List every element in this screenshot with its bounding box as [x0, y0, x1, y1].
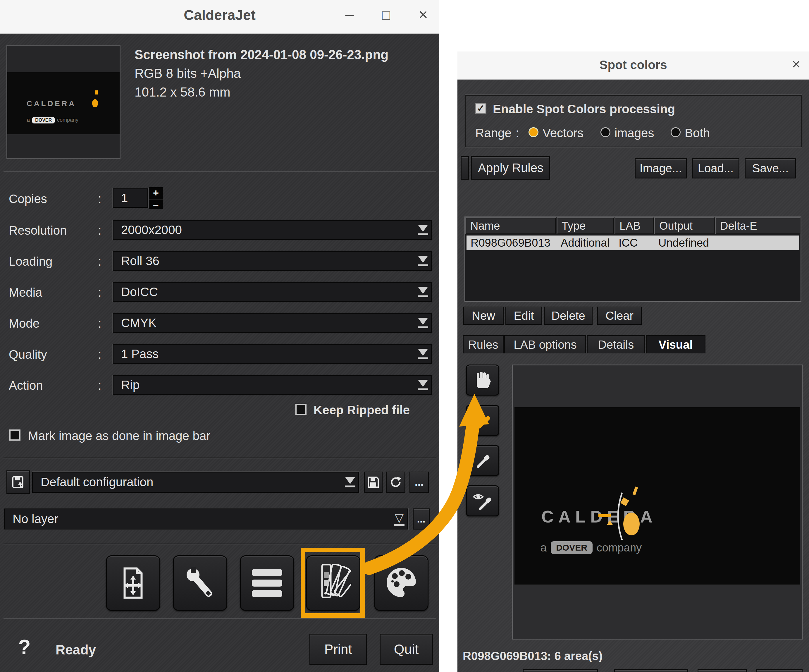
loading-dropdown[interactable]: Roll 36 [112, 251, 432, 271]
chevron-down-icon [418, 287, 428, 297]
window-title: CalderaJet [0, 7, 439, 23]
copies-input[interactable]: 1 [112, 188, 148, 208]
apply-rules-button[interactable]: Apply Rules [471, 156, 550, 180]
help-icon[interactable]: ? [466, 670, 478, 672]
preview-pick-tool-button[interactable] [466, 486, 499, 516]
tab-visual[interactable]: Visual [646, 335, 705, 353]
star-eyedropper-icon [472, 410, 493, 431]
chevron-down-icon [418, 256, 428, 266]
color-palette-button[interactable] [374, 555, 428, 611]
spot-colors-titlebar: Spot colors × [457, 52, 809, 80]
resolution-label: Resolution [9, 223, 67, 238]
quality-label: Quality [9, 348, 47, 361]
config-refresh-button[interactable] [386, 472, 405, 493]
caldera-logo-accent-tri [607, 520, 613, 525]
delete-button[interactable]: Delete [544, 307, 592, 325]
save-floppy-icon [367, 476, 379, 488]
spot-colors-table: Name Type LAB Output Delta-E R098G069B01… [465, 217, 801, 302]
layer-dropdown[interactable]: No layer ▽ [4, 509, 408, 529]
print-button[interactable]: Print [309, 634, 367, 665]
resolution-colon: : [98, 223, 101, 238]
action-dropdown[interactable]: Rip [112, 375, 432, 395]
settings-button[interactable] [173, 555, 227, 611]
chevron-down-icon [418, 349, 428, 359]
layer-more-button[interactable]: ... [413, 509, 430, 529]
chevron-down-icon [345, 477, 355, 487]
pick-tool-button[interactable] [466, 445, 499, 476]
mode-dropdown[interactable]: CMYK [112, 313, 432, 333]
column-header-output[interactable]: Output [654, 217, 715, 234]
table-row[interactable]: R098G069B013 Additional ICC Undefined [467, 235, 799, 250]
config-apply-button[interactable] [7, 470, 30, 494]
chevron-down-icon [418, 318, 428, 328]
cell-type: Additional [557, 235, 614, 250]
caldera-logo-blob [623, 512, 639, 535]
media-dropdown[interactable]: DoICC [112, 282, 432, 302]
copies-stepper[interactable]: + − [149, 187, 163, 209]
color-books-button[interactable]: Color books... [523, 669, 598, 672]
maximize-button[interactable]: □ [376, 7, 396, 23]
column-header-name[interactable]: Name [465, 217, 556, 234]
page-setup-button[interactable] [106, 555, 160, 611]
logo-sub-suffix: company [597, 541, 642, 554]
auto-pick-tool-button[interactable] [466, 405, 499, 436]
new-button[interactable]: New [463, 307, 504, 325]
config-save-button[interactable] [364, 472, 383, 493]
close-button[interactable]: × [413, 5, 433, 24]
column-header-lab[interactable]: LAB [614, 217, 654, 234]
image-button[interactable]: Image... [635, 158, 687, 178]
divider [3, 171, 436, 172]
help-icon[interactable]: ? [18, 635, 31, 659]
chevron-down-icon [418, 225, 428, 235]
column-header-delta-e[interactable]: Delta-E [715, 217, 801, 234]
enable-spot-colors-checkbox[interactable] [475, 102, 487, 114]
column-header-type[interactable]: Type [557, 217, 614, 234]
range-images-label[interactable]: images [614, 126, 654, 140]
resolution-dropdown[interactable]: 2000x2000 [112, 220, 432, 240]
tab-lab-options[interactable]: LAB options [504, 335, 586, 353]
stepper-plus-button[interactable]: + [149, 187, 163, 200]
areas-status-text: R098G069B013: 6 area(s) [463, 650, 603, 663]
edit-button[interactable]: Edit [505, 307, 542, 325]
logo-sub-prefix: a [540, 541, 547, 554]
visual-preview-panel[interactable]: CALDERA a DOVER company [512, 365, 803, 640]
range-vectors-label[interactable]: Vectors [542, 126, 584, 140]
queue-button[interactable] [240, 555, 294, 611]
dialog-close-button[interactable]: × [787, 55, 805, 72]
config-dropdown[interactable]: Default configuration [32, 472, 359, 493]
range-images-radio[interactable] [601, 127, 610, 137]
quality-dropdown[interactable]: 1 Pass [112, 344, 432, 364]
statistics-button[interactable]: Statistics... [614, 669, 688, 672]
cell-name: R098G069B013 [467, 235, 557, 250]
caldera-logo-accent-bar [598, 514, 611, 517]
apply-rules-handle[interactable] [461, 156, 469, 180]
range-both-label[interactable]: Both [685, 126, 710, 140]
file-format: RGB 8 bits +Alpha [134, 66, 241, 81]
reset-button[interactable]: Reset [698, 669, 747, 672]
thumbnail-sub-prefix: a [27, 117, 30, 123]
quit-button[interactable]: Quit [379, 634, 433, 665]
save-button[interactable]: Save... [745, 158, 796, 178]
eyedropper-icon [472, 450, 493, 471]
file-name: Screenshot from 2024-01-08 09-26-23.png [134, 47, 388, 62]
tab-details[interactable]: Details [587, 335, 645, 353]
range-both-radio[interactable] [671, 127, 681, 137]
processing-groupbox: Enable Spot Colors processing Range : Ve… [465, 95, 802, 148]
config-more-button[interactable]: ... [410, 472, 429, 493]
range-vectors-radio[interactable] [529, 127, 539, 137]
stepper-minus-button[interactable]: − [149, 200, 163, 211]
tab-rules[interactable]: Rules [463, 335, 504, 353]
thumbnail-logo-dot-small [95, 91, 98, 94]
copies-label: Copies [9, 192, 47, 206]
cell-delta-e [715, 235, 799, 250]
load-config-icon [11, 475, 25, 489]
pan-tool-button[interactable] [466, 365, 499, 396]
mark-done-checkbox[interactable] [9, 430, 20, 440]
thumbnail-brand: CALDERA [27, 99, 76, 108]
minimize-button[interactable]: – [339, 5, 360, 23]
close-button[interactable]: Close [756, 669, 802, 672]
load-button[interactable]: Load... [692, 158, 739, 178]
keep-ripped-checkbox[interactable] [295, 404, 307, 415]
clear-button[interactable]: Clear [597, 307, 642, 325]
preview-image[interactable]: CALDERA a DOVER company [514, 407, 800, 585]
